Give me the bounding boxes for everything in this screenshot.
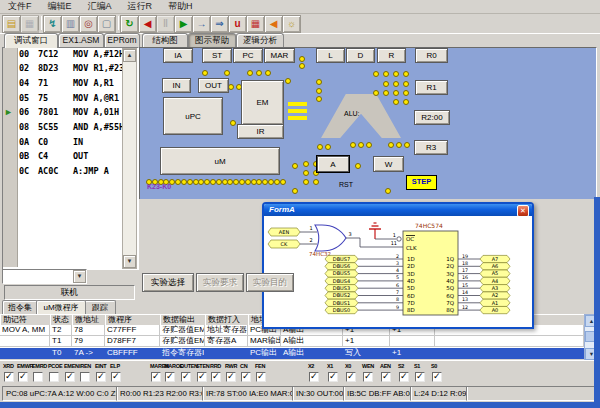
menu-item-0[interactable]: 文件F <box>0 0 40 13</box>
connection-dot[interactable] <box>403 99 409 105</box>
tab-EPRom[interactable]: EPRom <box>104 33 140 47</box>
connection-dot[interactable] <box>358 142 364 148</box>
menu-item-4[interactable]: 帮助H <box>160 0 201 13</box>
connection-dot[interactable] <box>230 120 236 126</box>
breakpoint-button[interactable]: ▦ <box>246 15 265 33</box>
menu-item-2[interactable]: 汇编A <box>80 0 120 13</box>
connection-dot[interactable] <box>299 56 305 62</box>
connection-dot[interactable] <box>292 188 298 194</box>
bottom-tab-跟踪[interactable]: 跟踪 <box>84 300 116 314</box>
signal-checkbox-MAROE[interactable] <box>165 372 175 382</box>
connection-dot[interactable] <box>280 179 286 185</box>
register-block-pc[interactable]: PC <box>233 48 263 63</box>
register-block-in[interactable]: IN <box>162 78 191 93</box>
signal-checkbox-CN[interactable] <box>241 372 251 382</box>
signal-checkbox-X2[interactable] <box>309 372 319 382</box>
signal-checkbox-S2[interactable] <box>399 372 409 382</box>
connection-dot[interactable] <box>316 88 322 94</box>
register-block-ia[interactable]: IA <box>163 48 193 63</box>
help-lamp-button[interactable]: ☼ <box>282 15 301 33</box>
register-block-r1[interactable]: R1 <box>415 80 448 95</box>
register-block-l[interactable]: L <box>316 48 345 63</box>
connection-dot[interactable] <box>313 179 319 185</box>
connection-dot[interactable] <box>403 90 409 96</box>
tab-EX1.ASM[interactable]: EX1.ASM <box>58 33 104 47</box>
connection-dot[interactable] <box>299 63 305 69</box>
tab-调试窗口[interactable]: 调试窗口 <box>4 33 58 48</box>
connection-dot[interactable] <box>383 71 389 77</box>
copy-button[interactable]: ▥ <box>61 15 80 33</box>
signal-checkbox-IREN[interactable] <box>80 372 90 382</box>
register-block-out[interactable]: OUT <box>198 78 229 93</box>
register-block-r3[interactable]: R3 <box>414 140 448 155</box>
signal-checkbox-S0[interactable] <box>432 372 442 382</box>
table-row[interactable]: T07A ->CBFFFF指令寄存器IRPC输出A输出写入+1 <box>0 348 584 359</box>
bottom-tab-uM微程序[interactable]: uM微程序 <box>36 300 86 314</box>
tab-图示帮助[interactable]: 图示帮助 <box>188 33 236 47</box>
signal-checkbox-X1[interactable] <box>328 372 338 382</box>
reset-button[interactable]: ◀ <box>138 15 157 33</box>
code-scroll-down-button[interactable]: ▼ <box>123 255 136 268</box>
connection-dot[interactable] <box>396 142 402 148</box>
code-scrollbar[interactable]: ▲▼ <box>122 48 137 269</box>
connection-dot[interactable] <box>245 179 251 185</box>
close-icon[interactable]: ✕ <box>517 205 529 217</box>
signal-checkbox-RWR[interactable] <box>226 372 236 382</box>
menu-item-1[interactable]: 编辑E <box>40 0 80 13</box>
connection-dot[interactable] <box>403 71 409 77</box>
connection-dot[interactable] <box>187 179 193 185</box>
connection-dot[interactable] <box>303 161 309 167</box>
connection-dot[interactable] <box>383 90 389 96</box>
connection-dot[interactable] <box>404 142 410 148</box>
connection-dot[interactable] <box>292 163 298 169</box>
register-block-um[interactable]: uM <box>160 147 280 175</box>
menu-item-3[interactable]: 运行R <box>120 0 161 13</box>
connection-dot[interactable] <box>202 70 208 76</box>
signal-checkbox-ELP[interactable] <box>111 372 121 382</box>
connection-dot[interactable] <box>316 79 322 85</box>
step-over-button[interactable]: ⇒ <box>210 15 229 33</box>
forma-title-bar[interactable]: FormA ✕ <box>264 204 532 216</box>
forma-dialog[interactable]: FormA ✕ AENCK1274HC32311174HC574OCCLKDBU… <box>262 202 534 329</box>
connection-dot[interactable] <box>316 96 322 102</box>
register-block-em[interactable]: EM <box>241 80 284 125</box>
connection-dot[interactable] <box>403 81 409 87</box>
connection-dot[interactable] <box>210 179 216 185</box>
combobox-dropdown-icon[interactable]: ▼ <box>73 270 86 283</box>
step-button[interactable]: STEP <box>406 175 437 190</box>
connection-dot[interactable] <box>383 81 389 87</box>
run-button[interactable]: ▶ <box>174 15 193 33</box>
register-block-a[interactable]: A <box>317 156 349 172</box>
connection-dot[interactable] <box>325 144 331 150</box>
register-block-w[interactable]: W <box>373 156 404 172</box>
signal-checkbox-XRD[interactable] <box>4 372 14 382</box>
horn-button[interactable]: ◀ <box>264 15 283 33</box>
signal-checkbox-S1[interactable] <box>415 372 425 382</box>
connection-dot[interactable] <box>303 179 309 185</box>
connection-dot[interactable] <box>393 90 399 96</box>
signal-checkbox-AEN[interactable] <box>381 372 391 382</box>
connection-dot[interactable] <box>393 99 399 105</box>
source-selector-combobox[interactable]: ▼ <box>2 269 87 284</box>
step-into-button[interactable]: → <box>192 15 211 33</box>
clear-button[interactable]: ▢ <box>97 15 116 33</box>
connection-dot[interactable] <box>393 71 399 77</box>
assemble-button[interactable]: ↯ <box>43 15 62 33</box>
signal-checkbox-EMEN[interactable] <box>65 372 75 382</box>
signal-checkbox-FEN[interactable] <box>256 372 266 382</box>
connection-dot[interactable] <box>366 142 372 148</box>
signal-checkbox-EMRD[interactable] <box>33 372 43 382</box>
signal-checkbox-PCOE[interactable] <box>49 372 59 382</box>
signal-checkbox-OUTEN[interactable] <box>181 372 191 382</box>
micro-step-button[interactable]: u <box>228 15 247 33</box>
connection-dot[interactable] <box>388 142 394 148</box>
open-file-button[interactable]: ▤ <box>2 15 21 33</box>
connection-dot[interactable] <box>247 70 253 76</box>
register-block-d[interactable]: D <box>346 48 375 63</box>
connection-dot[interactable] <box>385 188 391 194</box>
search-button[interactable]: ◎ <box>79 15 98 33</box>
connection-dot[interactable] <box>224 70 230 76</box>
connection-dot[interactable] <box>181 179 187 185</box>
tab-逻辑分析[interactable]: 逻辑分析 <box>236 33 284 47</box>
connection-dot[interactable] <box>285 78 291 84</box>
